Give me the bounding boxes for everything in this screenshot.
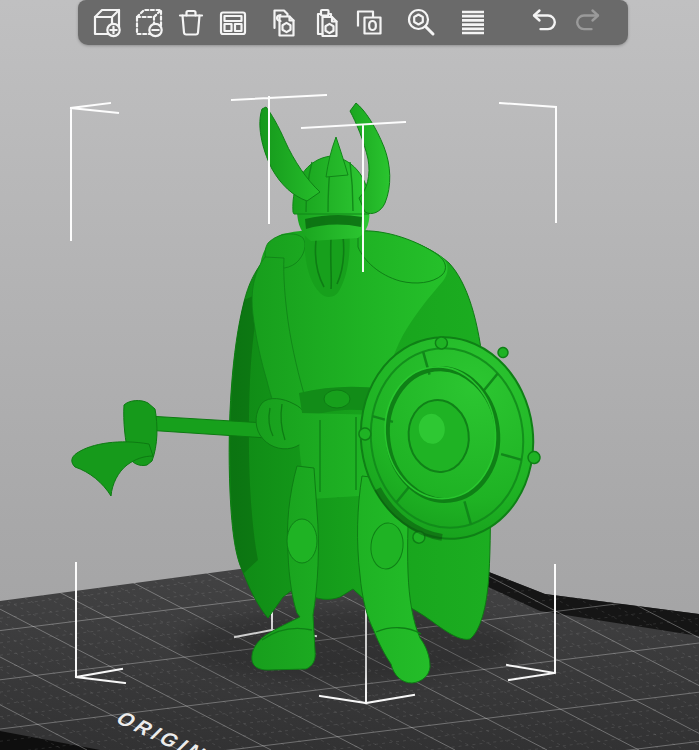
- paste-clipboard-icon: [310, 6, 344, 40]
- slicer-window: ORIGINAL P: [0, 0, 699, 750]
- clone-button[interactable]: [350, 3, 388, 43]
- delete-model-button[interactable]: [172, 3, 210, 43]
- copy-button[interactable]: [266, 3, 304, 43]
- menu-lines-icon: [456, 6, 490, 40]
- redo-button[interactable]: [568, 3, 606, 43]
- trash-icon: [174, 6, 208, 40]
- add-model-button[interactable]: [88, 3, 126, 43]
- copy-document-icon: [268, 6, 302, 40]
- main-toolbar: [78, 0, 628, 45]
- zoom-to-model-button[interactable]: [402, 3, 440, 43]
- remove-model-button[interactable]: [130, 3, 168, 43]
- cube-plus-icon: [90, 6, 124, 40]
- viewport-canvas[interactable]: ORIGINAL P: [0, 0, 699, 750]
- auto-arrange-button[interactable]: [214, 3, 252, 43]
- magnifier-hexagon-icon: [404, 6, 438, 40]
- layout-grid-icon: [216, 6, 250, 40]
- redo-arrow-icon: [570, 6, 604, 40]
- view-list-button[interactable]: [454, 3, 492, 43]
- undo-arrow-icon: [528, 6, 562, 40]
- cube-minus-dashed-icon: [132, 6, 166, 40]
- paste-button[interactable]: [308, 3, 346, 43]
- duplicate-icon: [352, 6, 386, 40]
- axe-blade: [72, 442, 153, 496]
- undo-button[interactable]: [526, 3, 564, 43]
